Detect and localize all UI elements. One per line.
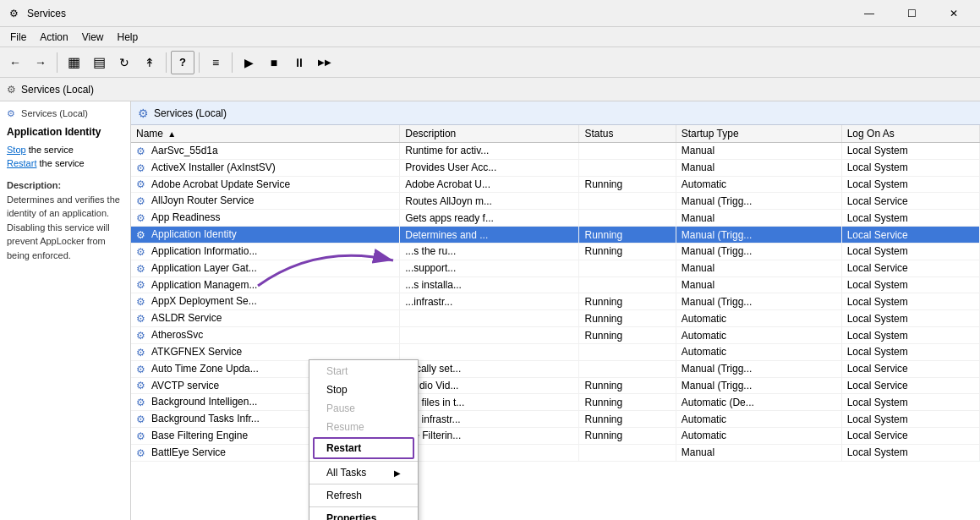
cell-description bbox=[400, 343, 579, 360]
table-row[interactable]: ⚙AarSvc_55d1aRuntime for activ...ManualL… bbox=[131, 143, 980, 160]
cell-name: ⚙AppX Deployment Se... bbox=[131, 293, 400, 310]
sort-arrow: ▲ bbox=[167, 129, 176, 139]
cell-description: ...ically set... bbox=[400, 360, 579, 377]
table-row[interactable]: ⚙AtherosSvcRunningAutomaticLocal System bbox=[131, 327, 980, 344]
col-header-logon[interactable]: Log On As bbox=[841, 125, 979, 143]
cell-startup: Automatic bbox=[676, 327, 841, 344]
back-button[interactable]: ← bbox=[3, 51, 27, 74]
stop-action: Stop the service bbox=[7, 145, 123, 155]
table-row[interactable]: ⚙ASLDR ServiceRunningAutomaticLocal Syst… bbox=[131, 310, 980, 327]
col-header-status[interactable]: Status bbox=[579, 125, 676, 143]
table-row[interactable]: ⚙Application Managem......s installa...M… bbox=[131, 276, 980, 293]
stop-button[interactable]: ■ bbox=[262, 51, 286, 74]
context-all-tasks[interactable]: All Tasks ▶ bbox=[309, 463, 418, 482]
service-name: Adobe Acrobat Update Service bbox=[151, 178, 290, 190]
stop-link[interactable]: Stop bbox=[7, 145, 26, 155]
context-start[interactable]: Start bbox=[309, 362, 418, 380]
service-icon: ⚙ bbox=[136, 347, 148, 359]
table-row[interactable]: ⚙AllJoyn Router ServiceRoutes AllJoyn m.… bbox=[131, 193, 980, 210]
restart-link[interactable]: Restart bbox=[7, 158, 36, 168]
close-button[interactable]: ✕ bbox=[934, 0, 973, 27]
minimize-button[interactable]: — bbox=[850, 0, 889, 27]
service-icon: ⚙ bbox=[136, 212, 148, 224]
window-title: Services bbox=[27, 8, 850, 19]
cell-status: Running bbox=[579, 310, 676, 327]
cell-status bbox=[579, 343, 676, 360]
maximize-button[interactable]: ☐ bbox=[892, 0, 931, 27]
service-name: BattlEye Service bbox=[151, 446, 226, 458]
table-row[interactable]: ⚙Base Filtering Engine...e Filterin...Ru… bbox=[131, 428, 980, 445]
context-properties[interactable]: Properties bbox=[309, 509, 418, 520]
cell-description: Provides User Acc... bbox=[400, 159, 579, 176]
context-sep-2 bbox=[309, 484, 418, 484]
context-stop[interactable]: Stop bbox=[309, 380, 418, 399]
left-panel: ⚙ Services (Local) Application Identity … bbox=[0, 101, 131, 520]
cell-startup: Manual bbox=[676, 143, 841, 160]
resume-button[interactable]: ▶▶ bbox=[313, 51, 337, 74]
table-row[interactable]: ⚙Application Informatio......s the ru...… bbox=[131, 243, 980, 260]
refresh-button[interactable]: ↻ bbox=[112, 51, 136, 74]
show-list-button[interactable]: ▤ bbox=[87, 51, 111, 74]
menu-help[interactable]: Help bbox=[111, 30, 145, 45]
left-panel-title: ⚙ Services (Local) bbox=[7, 108, 123, 119]
cell-startup: Manual (Trigg... bbox=[676, 377, 841, 394]
services-tbody: ⚙AarSvc_55d1aRuntime for activ...ManualL… bbox=[131, 143, 980, 462]
col-header-startup[interactable]: Startup Type bbox=[676, 125, 841, 143]
cell-name: ⚙AllJoyn Router Service bbox=[131, 193, 400, 210]
cell-status: Running bbox=[579, 293, 676, 310]
service-name: ASLDR Service bbox=[151, 312, 222, 324]
col-header-description[interactable]: Description bbox=[400, 125, 579, 143]
table-header-row: Name ▲ Description Status Startup Type L… bbox=[131, 125, 980, 143]
table-row[interactable]: ⚙Application IdentityDetermines and ...R… bbox=[131, 227, 980, 244]
table-row[interactable]: ⚙Background Tasks Infr......s infrastr..… bbox=[131, 411, 980, 428]
menu-view[interactable]: View bbox=[75, 30, 111, 45]
view-mode-button[interactable]: ≡ bbox=[204, 51, 227, 74]
table-row[interactable]: ⚙Application Layer Gat......support...Ma… bbox=[131, 260, 980, 276]
help-button[interactable]: ? bbox=[171, 51, 194, 74]
toolbar-sep-2 bbox=[166, 52, 167, 73]
table-row[interactable]: ⚙Background Intelligen......s files in t… bbox=[131, 394, 980, 411]
cell-logon: Local Service bbox=[841, 193, 979, 210]
context-refresh[interactable]: Refresh bbox=[309, 486, 418, 505]
table-row[interactable]: ⚙Adobe Acrobat Update ServiceAdobe Acrob… bbox=[131, 176, 980, 193]
show-grid-button[interactable]: ▦ bbox=[62, 51, 85, 74]
cell-status bbox=[579, 143, 676, 160]
left-panel-description: Description: Determines and verifies the… bbox=[7, 178, 123, 262]
export-button[interactable]: ↟ bbox=[138, 51, 162, 74]
cell-logon: Local System bbox=[841, 327, 979, 344]
play-button[interactable]: ▶ bbox=[237, 51, 260, 74]
col-header-name[interactable]: Name ▲ bbox=[131, 125, 400, 143]
cell-logon: Local Service bbox=[841, 227, 979, 244]
context-resume[interactable]: Resume bbox=[309, 418, 418, 436]
cell-description: Adobe Acrobat U... bbox=[400, 176, 579, 193]
cell-description bbox=[400, 444, 579, 461]
service-name: ActiveX Installer (AxInstSV) bbox=[151, 161, 276, 173]
cell-description: ...s the ru... bbox=[400, 243, 579, 260]
table-row[interactable]: ⚙BattlEye ServiceManualLocal System bbox=[131, 444, 980, 461]
forward-button[interactable]: → bbox=[29, 51, 52, 74]
cell-logon: Local System bbox=[841, 310, 979, 327]
service-name: Application Informatio... bbox=[151, 245, 257, 257]
restart-action: Restart the service bbox=[7, 158, 123, 168]
table-row[interactable]: ⚙AppX Deployment Se......infrastr...Runn… bbox=[131, 293, 980, 310]
cell-description: Runtime for activ... bbox=[400, 143, 579, 160]
menu-file[interactable]: File bbox=[3, 30, 33, 45]
context-pause[interactable]: Pause bbox=[309, 399, 418, 418]
table-row[interactable]: ⚙AVCTP service...udio Vid...RunningManua… bbox=[131, 377, 980, 394]
table-row[interactable]: ⚙ActiveX Installer (AxInstSV)Provides Us… bbox=[131, 159, 980, 176]
cell-logon: Local System bbox=[841, 411, 979, 428]
cell-logon: Local System bbox=[841, 143, 979, 160]
menu-action[interactable]: Action bbox=[33, 30, 74, 45]
service-icon: ⚙ bbox=[136, 397, 148, 408]
table-row[interactable]: ⚙App ReadinessGets apps ready f...Manual… bbox=[131, 210, 980, 227]
services-header-text: Services (Local) bbox=[154, 107, 227, 119]
pause-button[interactable]: ⏸ bbox=[287, 51, 311, 74]
cell-startup: Automatic bbox=[676, 411, 841, 428]
table-row[interactable]: ⚙ATKGFNEX ServiceAutomaticLocal System bbox=[131, 343, 980, 360]
table-row[interactable]: ⚙Auto Time Zone Upda......ically set...M… bbox=[131, 360, 980, 377]
cell-startup: Manual (Trigg... bbox=[676, 243, 841, 260]
cell-description bbox=[400, 327, 579, 344]
cell-description: ...s installa... bbox=[400, 276, 579, 293]
context-restart[interactable]: Restart bbox=[313, 437, 414, 459]
services-table-wrapper[interactable]: Name ▲ Description Status Startup Type L… bbox=[131, 125, 980, 520]
